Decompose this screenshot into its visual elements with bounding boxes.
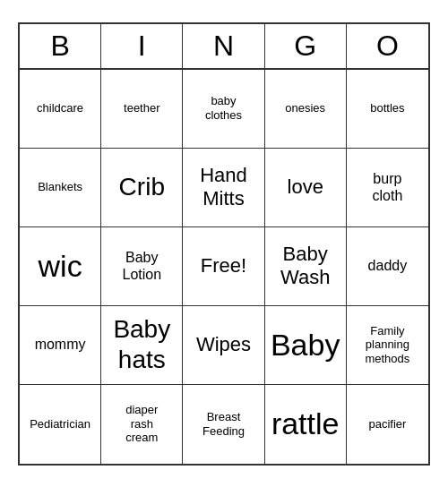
header-letter-n: N [183, 24, 264, 68]
bingo-cell-24: pacifier [347, 385, 428, 464]
bingo-cell-22: BreastFeeding [183, 385, 264, 464]
header-letter-b: B [20, 24, 101, 68]
cell-text-15: mommy [35, 336, 86, 353]
bingo-cell-10: wic [20, 227, 101, 306]
cell-text-19: Familyplanningmethods [365, 324, 409, 366]
cell-text-20: Pediatrician [30, 417, 90, 431]
cell-text-8: love [288, 175, 323, 199]
cell-text-3: onesies [285, 101, 325, 115]
bingo-cell-3: onesies [265, 70, 347, 149]
bingo-grid: childcareteetherbabyclothesonesiesbottle… [20, 70, 428, 464]
bingo-cell-17: Wipes [183, 306, 264, 385]
cell-text-5: Blankets [38, 180, 82, 194]
bingo-cell-18: Baby [265, 306, 347, 385]
bingo-cell-9: burpcloth [347, 149, 428, 227]
cell-text-1: teether [124, 101, 159, 115]
bingo-cell-15: mommy [20, 306, 101, 385]
cell-text-9: burpcloth [372, 170, 402, 204]
cell-text-6: Crib [119, 172, 165, 202]
cell-text-22: BreastFeeding [202, 410, 245, 438]
header-letter-i: I [101, 24, 183, 68]
cell-text-7: HandMitts [200, 164, 247, 211]
bingo-cell-1: teether [101, 70, 183, 149]
bingo-cell-21: diaperrashcream [101, 385, 183, 464]
cell-text-16: Babyhats [113, 314, 170, 374]
cell-text-23: rattle [271, 406, 340, 442]
cell-text-4: bottles [370, 101, 404, 115]
cell-text-0: childcare [37, 101, 83, 115]
bingo-cell-11: BabyLotion [101, 227, 183, 306]
cell-text-21: diaperrashcream [125, 403, 158, 445]
cell-text-14: daddy [368, 257, 408, 274]
bingo-cell-2: babyclothes [183, 70, 264, 149]
cell-text-24: pacifier [368, 417, 406, 431]
bingo-header: BINGO [20, 24, 428, 70]
bingo-cell-13: BabyWash [265, 227, 347, 306]
bingo-cell-14: daddy [347, 227, 428, 306]
header-letter-g: G [265, 24, 347, 68]
bingo-cell-20: Pediatrician [20, 385, 101, 464]
bingo-cell-19: Familyplanningmethods [347, 306, 428, 385]
header-letter-o: O [347, 24, 428, 68]
cell-text-17: Wipes [196, 333, 251, 356]
bingo-cell-0: childcare [20, 70, 101, 149]
bingo-cell-7: HandMitts [183, 149, 264, 227]
bingo-cell-5: Blankets [20, 149, 101, 227]
bingo-card: BINGO childcareteetherbabyclothesonesies… [18, 22, 430, 466]
cell-text-11: BabyLotion [122, 249, 161, 283]
bingo-cell-16: Babyhats [101, 306, 183, 385]
cell-text-10: wic [39, 248, 82, 285]
cell-text-12: Free! [201, 254, 246, 278]
cell-text-13: BabyWash [280, 243, 330, 290]
cell-text-2: babyclothes [205, 94, 242, 122]
cell-text-18: Baby [271, 327, 340, 363]
bingo-cell-8: love [265, 149, 347, 227]
bingo-cell-6: Crib [101, 149, 183, 227]
bingo-cell-12: Free! [183, 227, 264, 306]
bingo-cell-23: rattle [265, 385, 347, 464]
bingo-cell-4: bottles [347, 70, 428, 149]
